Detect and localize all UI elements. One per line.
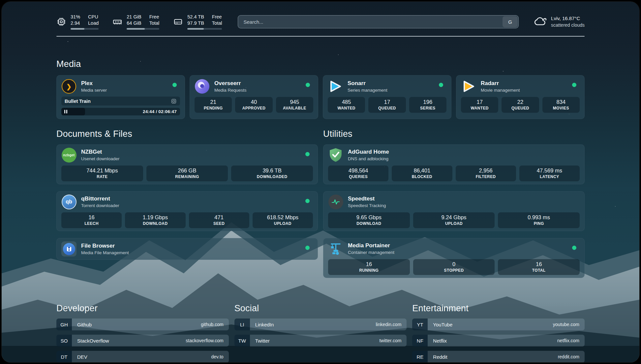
weather-condition: scattered clouds bbox=[551, 22, 585, 28]
bookmark-stackoverflow[interactable]: SO StackOverflow stackoverflow.com bbox=[56, 335, 229, 347]
section-title-media: Media bbox=[56, 59, 585, 69]
bookmark-reddit[interactable]: RE Reddit reddit.com bbox=[412, 351, 585, 363]
utilities-column: Utilities AdGuard Home bbox=[323, 129, 585, 285]
app-description: Torrent downloader bbox=[81, 203, 119, 208]
bookmark-abbr: TW bbox=[234, 335, 250, 347]
memory-icon bbox=[112, 17, 122, 27]
disk-progress-bar bbox=[187, 28, 222, 30]
app-card-plex[interactable]: ❯ Plex Media server Bullet Train bbox=[56, 75, 185, 119]
radarr-icon bbox=[461, 79, 476, 94]
status-online-dot bbox=[305, 246, 310, 250]
bookmark-linkedin[interactable]: LI LinkedIn linkedin.com bbox=[234, 318, 407, 330]
memory-total-label: Total bbox=[149, 20, 160, 26]
now-playing-row: Bullet Train bbox=[61, 97, 180, 106]
bookmark-url: linkedin.com bbox=[376, 322, 402, 327]
nzbget-icon: nzbget bbox=[61, 147, 76, 163]
search-input[interactable] bbox=[238, 15, 519, 28]
cpu-usage-value: 31% bbox=[71, 14, 80, 20]
app-card-qbittorrent[interactable]: qb qBittorrent Torrent downloader 16LEEC… bbox=[56, 191, 318, 231]
app-card-nzbget[interactable]: nzbget NZBGet Usenet downloader 744.21 M… bbox=[56, 144, 318, 184]
top-bar: 31% 2.94 CPU Load bbox=[56, 13, 585, 31]
cloud-icon bbox=[533, 15, 547, 29]
bookmark-abbr: DT bbox=[56, 351, 72, 363]
bookmark-abbr: YT bbox=[412, 318, 428, 330]
status-online-dot bbox=[305, 152, 310, 156]
app-card-overseerr[interactable]: Overseerr Media Requests 21PENDING 40APP… bbox=[190, 75, 318, 119]
stat-tile: 266 GBREMAINING bbox=[146, 166, 228, 181]
app-name: File Browser bbox=[81, 243, 129, 249]
stat-tile: 17QUEUED bbox=[368, 97, 406, 113]
app-card-filebrowser[interactable]: File Browser Media File Management bbox=[56, 238, 318, 260]
pause-icon bbox=[64, 110, 67, 113]
stat-tile: 39.6 TBDOWNLOADED bbox=[231, 166, 313, 181]
stat-tile: 17WANTED bbox=[461, 97, 498, 113]
stat-tile: 744.21 MbpsRATE bbox=[61, 166, 143, 181]
bookmark-url: reddit.com bbox=[558, 354, 579, 359]
bookmark-name: LinkedIn bbox=[255, 322, 274, 327]
pause-button[interactable] bbox=[61, 108, 85, 115]
weather-location-temp: Lviv, 16.87°C bbox=[551, 15, 585, 22]
adguard-icon bbox=[328, 147, 343, 163]
bookmark-abbr: GH bbox=[56, 318, 72, 330]
cpu-load-label: Load bbox=[88, 20, 99, 26]
bookmark-url: youtube.com bbox=[553, 322, 579, 327]
bookmark-youtube[interactable]: YT YouTube youtube.com bbox=[412, 318, 585, 330]
memory-free-label: Free bbox=[149, 14, 160, 20]
app-card-radarr[interactable]: Radarr Movie management 17WANTED 22QUEUE… bbox=[456, 75, 585, 119]
cpu-label: CPU bbox=[88, 14, 99, 20]
filebrowser-icon bbox=[61, 241, 76, 257]
stat-tile: 0STOPPED bbox=[413, 259, 495, 275]
bookmark-netflix[interactable]: NF Netflix netflix.com bbox=[412, 335, 585, 347]
playback-time: 24:44 / 02:06:47 bbox=[143, 108, 177, 115]
section-title-documents: Documents & Files bbox=[56, 129, 318, 139]
search-engine-button[interactable]: G bbox=[503, 16, 518, 27]
app-name: Plex bbox=[81, 80, 107, 87]
app-description: Usenet downloader bbox=[81, 156, 119, 161]
app-description: Container management bbox=[348, 250, 394, 255]
stat-tile: 9.65 GbpsDOWNLOAD bbox=[328, 212, 410, 228]
app-description: DNS and adblocking bbox=[348, 156, 389, 161]
search-bar: G bbox=[238, 15, 519, 28]
app-description: Speedtest Tracking bbox=[348, 203, 386, 208]
stat-tile: 16RUNNING bbox=[328, 259, 410, 275]
app-card-speedtest[interactable]: Speedtest Speedtest Tracking 9.65 GbpsDO… bbox=[323, 191, 585, 231]
stat-tile: 0.993 msPING bbox=[498, 212, 580, 228]
developer-bookmarks: Developer GH Github github.com SO StackO… bbox=[56, 303, 229, 363]
app-card-portainer[interactable]: Media Portainer Container management 16R… bbox=[323, 238, 585, 278]
camera-icon[interactable] bbox=[171, 98, 177, 104]
disk-total-label: Total bbox=[212, 20, 222, 26]
stat-tile: 9.24 GbpsUPLOAD bbox=[413, 212, 495, 228]
stat-tile: 47.569 msLATENCY bbox=[519, 166, 580, 181]
bookmark-abbr: NF bbox=[412, 335, 428, 347]
bookmark-dev[interactable]: DT DEV dev.to bbox=[56, 351, 229, 363]
weather-widget: Lviv, 16.87°C scattered clouds bbox=[533, 15, 585, 29]
bookmark-name: Github bbox=[77, 322, 92, 327]
app-description: Media server bbox=[81, 88, 107, 93]
entertainment-bookmarks: Entertainment YT YouTube youtube.com NF … bbox=[412, 303, 585, 363]
disk-total-value: 97.9 TB bbox=[187, 20, 204, 26]
stat-tile: 86,401BLOCKED bbox=[392, 166, 452, 181]
plex-icon: ❯ bbox=[61, 79, 76, 94]
stat-tile: 945AVAILABLE bbox=[276, 97, 313, 113]
social-bookmarks: Social LI LinkedIn linkedin.com TW Twitt… bbox=[234, 303, 407, 363]
media-grid: ❯ Plex Media server Bullet Train bbox=[56, 75, 585, 119]
app-name: Sonarr bbox=[348, 80, 387, 87]
qbittorrent-icon: qb bbox=[61, 194, 76, 209]
stat-tile: 498,564QUERIES bbox=[328, 166, 388, 181]
bookmark-twitter[interactable]: TW Twitter twitter.com bbox=[234, 335, 407, 347]
app-card-sonarr[interactable]: Sonarr Series management 485WANTED 17QUE… bbox=[323, 75, 451, 119]
bookmark-name: StackOverflow bbox=[77, 338, 109, 344]
bookmark-abbr: RE bbox=[412, 351, 428, 363]
bookmark-github[interactable]: GH Github github.com bbox=[56, 318, 229, 330]
dashboard-window: 31% 2.94 CPU Load bbox=[1, 1, 640, 363]
app-description: Media Requests bbox=[214, 88, 247, 93]
app-name: Speedtest bbox=[348, 196, 386, 202]
disk-icon bbox=[173, 17, 183, 27]
app-card-adguard[interactable]: AdGuard Home DNS and adblocking 498,564Q… bbox=[323, 144, 585, 184]
disk-free-label: Free bbox=[212, 14, 222, 20]
app-description: Media File Management bbox=[81, 250, 129, 255]
app-name: qBittorrent bbox=[81, 196, 119, 202]
stat-tile: 1.19 GbpsDOWNLOAD bbox=[125, 212, 185, 228]
bookmark-name: YouTube bbox=[433, 322, 452, 327]
cpu-load-value: 2.94 bbox=[71, 20, 80, 26]
